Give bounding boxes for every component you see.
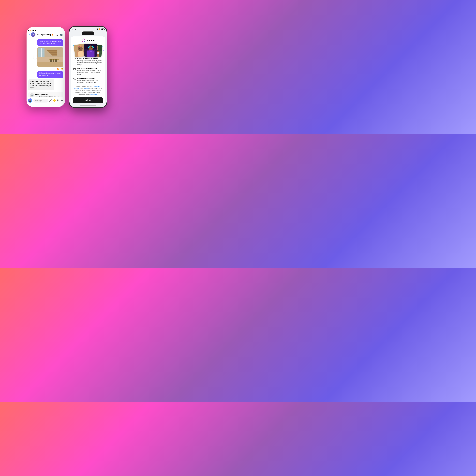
back-button[interactable]: ‹ (29, 33, 30, 36)
feature-text-3: Help improve AI quality Meta may use you… (77, 77, 103, 84)
ai-card-subtitle: Create AI-generated images of yourself. (35, 96, 59, 97)
feature-text-2: See suggested AI images Meta may show AI… (77, 67, 103, 76)
ai-card-header: 🤖 Imagine yourself Create AI-generated i… (30, 93, 62, 97)
collage-card-2 (84, 44, 97, 57)
feature-icon-2 (73, 68, 76, 71)
svg-rect-14 (50, 60, 52, 62)
feature-desc-3: Meta may use your images and prompts to … (77, 79, 103, 84)
feature-text-1: Create AI images of yourself Photos you … (77, 57, 103, 66)
message-image (37, 47, 63, 67)
chat-actions: 📞 📹 (55, 33, 63, 36)
input-actions: 🎤 🙂 🖼 ➕ (49, 99, 63, 102)
svg-rect-7 (49, 51, 57, 52)
feature-item-2: See suggested AI images Meta may show AI… (73, 67, 103, 76)
wifi-icon-right: 📶 (99, 28, 101, 30)
chat-title: J's Surprise Bday 🔥 (37, 34, 54, 35)
svg-rect-11 (47, 49, 47, 56)
features-list: Create AI images of yourself Photos you … (71, 56, 105, 85)
svg-rect-8 (50, 52, 57, 53)
signal-icon-right (96, 29, 98, 30)
feature-desc-1: Photos you take next, including facial f… (77, 60, 103, 66)
emoji-icon[interactable]: 🙂 (53, 99, 56, 102)
ai-card: 🤖 Imagine yourself Create AI-generated i… (28, 92, 63, 97)
svg-rect-44 (99, 53, 100, 54)
time-left: 9:41 (27, 27, 31, 30)
battery-icon-left (32, 30, 35, 31)
ai-card-avatar: 🤖 (30, 93, 34, 97)
deco-diamond (103, 51, 103, 51)
meta-ai-logo (82, 38, 85, 42)
phone-icon[interactable]: 📞 (55, 33, 58, 36)
svg-rect-15 (52, 60, 54, 62)
home-indicator-right (80, 105, 96, 106)
feature-item-3: Help improve AI quality Meta may use you… (73, 77, 103, 84)
svg-rect-13 (50, 59, 59, 60)
phone-left-wrapper: 9:41 📶 ‹ J J's Surprise Bday 🔥 📞 (27, 27, 65, 107)
allow-button[interactable]: Allow (73, 97, 103, 103)
chat-avatar: J (31, 32, 35, 37)
fire-emoji: 🔥 (57, 68, 59, 70)
meta-ai-title: Meta AI (87, 39, 94, 42)
ai-card-title: Imagine yourself (35, 94, 59, 95)
mic-icon[interactable]: 🎤 (49, 99, 52, 102)
reaction-emoji-icon[interactable]: 🙂 (61, 68, 63, 70)
reaction-count: 1 (60, 68, 61, 69)
svg-rect-30 (88, 47, 89, 48)
status-bar-left: 9:41 📶 (27, 27, 65, 31)
feature-title-1: Create AI images of yourself (77, 57, 103, 59)
camera-icon: 📷 (29, 100, 32, 102)
svg-rect-12 (37, 62, 63, 67)
svg-point-32 (90, 47, 90, 48)
video-icon[interactable]: 📹 (60, 33, 63, 36)
forward-wrapper: ➤ (33, 55, 37, 59)
signal-icon (27, 30, 29, 31)
dynamic-island (82, 32, 94, 35)
disclaimer-text: By tapping Allow, you agree to Meta's AI… (71, 85, 105, 96)
svg-point-49 (74, 79, 75, 80)
svg-point-48 (73, 78, 75, 79)
plus-icon[interactable]: ➕ (61, 99, 63, 102)
messages-area: Last time was the best vacation I had be… (27, 38, 65, 97)
svg-rect-31 (93, 47, 94, 48)
feature-icon-1 (73, 58, 76, 61)
buttons-section: Allow Don't allow (71, 96, 105, 103)
feature-icon-3 (73, 77, 76, 81)
message-sent-1: Last time was the best vacation I had be… (37, 39, 63, 46)
camera-button[interactable]: 📷 (28, 98, 32, 103)
message-sent-2: @Meta AI imagine an ethereal portrait of… (37, 71, 63, 78)
battery-icon-right (102, 29, 104, 30)
meta-ai-header: Meta AI (71, 36, 105, 44)
meta-ai-content: Meta AI (71, 36, 105, 103)
feature-title-3: Help improve AI quality (77, 77, 103, 79)
message-received-1: I can do that, but you need to add your … (28, 79, 54, 90)
wifi-icon: 📶 (30, 30, 32, 31)
improve-ai-icon (73, 77, 76, 80)
time-right: 5:26 (72, 28, 76, 30)
svg-rect-16 (55, 60, 57, 62)
chat-header: ‹ J J's Surprise Bday 🔥 📞 📹 (27, 31, 65, 38)
reaction-bar: 🔥 1 🙂 (57, 68, 63, 70)
phones-container: 9:41 📶 ‹ J J's Surprise Bday 🔥 📞 (22, 21, 112, 113)
svg-point-17 (82, 39, 85, 42)
message-input[interactable]: Message... (33, 99, 48, 102)
home-indicator-left (38, 105, 54, 105)
status-icons-right: 📶 (96, 28, 104, 30)
feature-item-1: Create AI images of yourself Photos you … (73, 57, 103, 66)
svg-rect-10 (52, 54, 57, 55)
message-image-container: ➤ (37, 47, 63, 67)
svg-rect-34 (90, 51, 92, 52)
image-picker-icon[interactable]: 🖼 (57, 99, 59, 102)
status-bar-right: 5:26 📶 (69, 27, 107, 31)
input-bar: 📷 Message... 🎤 🙂 🖼 ➕ (27, 97, 65, 104)
status-icons-left: 📶 (27, 30, 65, 31)
image-interior (37, 47, 63, 67)
phone-left: 9:41 📶 ‹ J J's Surprise Bday 🔥 📞 (27, 27, 65, 106)
staircase-svg (37, 47, 63, 67)
feature-desc-2: Meta may show AI images of you in places… (77, 69, 103, 76)
phone-right-wrapper: 5:26 📶 (69, 26, 107, 108)
ai-terms-link[interactable]: AI terms (84, 87, 89, 89)
privacy-center-link[interactable]: Privacy Center (90, 93, 99, 95)
svg-rect-45 (73, 58, 75, 60)
forward-icon[interactable]: ➤ (33, 55, 37, 59)
feature-title-2: See suggested AI images (77, 67, 103, 69)
